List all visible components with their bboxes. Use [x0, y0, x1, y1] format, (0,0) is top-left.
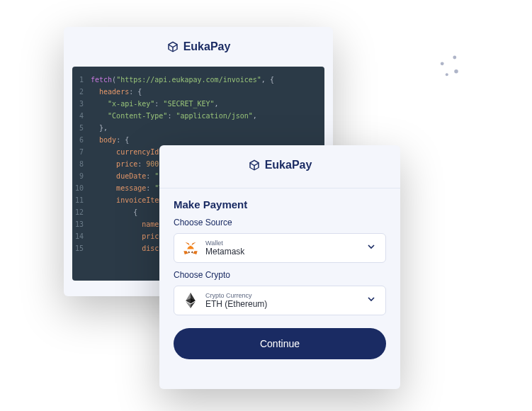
- source-select[interactable]: Wallet Metamask: [174, 233, 386, 263]
- brand-name: EukaPay: [183, 40, 231, 53]
- chevron-down-icon: [366, 293, 377, 308]
- source-label: Choose Source: [174, 218, 386, 227]
- svg-marker-5: [185, 242, 189, 246]
- crypto-label: Choose Crypto: [174, 270, 386, 280]
- svg-marker-8: [187, 246, 191, 249]
- card-header: EukaPay: [64, 27, 333, 67]
- crypto-select[interactable]: Crypto Currency ETH (Ethereum): [174, 286, 386, 315]
- payment-card: EukaPay Make Payment Choose Source Walle: [159, 145, 400, 389]
- svg-marker-9: [191, 246, 194, 249]
- chevron-down-icon: [366, 241, 377, 255]
- eukapay-logo-icon: [166, 40, 179, 53]
- sparkle-icon: [433, 50, 464, 81]
- code-line: 6 body: {: [72, 134, 324, 146]
- code-line: 2 headers: {: [72, 86, 324, 98]
- crypto-caption: Crypto Currency: [205, 292, 358, 299]
- svg-marker-4: [191, 242, 196, 246]
- svg-point-1: [441, 62, 444, 65]
- source-caption: Wallet: [205, 240, 358, 247]
- card-header: EukaPay: [159, 145, 400, 185]
- svg-marker-7: [183, 251, 188, 254]
- svg-marker-10: [188, 251, 191, 253]
- crypto-value: ETH (Ethereum): [205, 299, 358, 309]
- eukapay-logo-icon: [248, 159, 261, 171]
- svg-marker-6: [193, 251, 197, 254]
- svg-point-0: [453, 56, 456, 60]
- svg-point-2: [454, 69, 458, 74]
- code-line: 1fetch("https://api.eukapay.com/invoices…: [72, 74, 324, 86]
- svg-marker-11: [191, 251, 193, 253]
- code-line: 4 "Content-Type": "application/json",: [72, 110, 324, 122]
- code-line: 5 },: [72, 122, 324, 134]
- ethereum-icon: [183, 293, 198, 308]
- payment-title: Make Payment: [174, 198, 386, 210]
- metamask-icon: [183, 240, 198, 256]
- brand-name: EukaPay: [265, 159, 312, 171]
- svg-point-3: [446, 73, 448, 76]
- continue-button[interactable]: Continue: [174, 328, 386, 359]
- divider: [159, 188, 400, 188]
- code-line: 3 "x-api-key": "SECRET_KEY",: [72, 98, 324, 110]
- source-value: Metamask: [205, 247, 358, 257]
